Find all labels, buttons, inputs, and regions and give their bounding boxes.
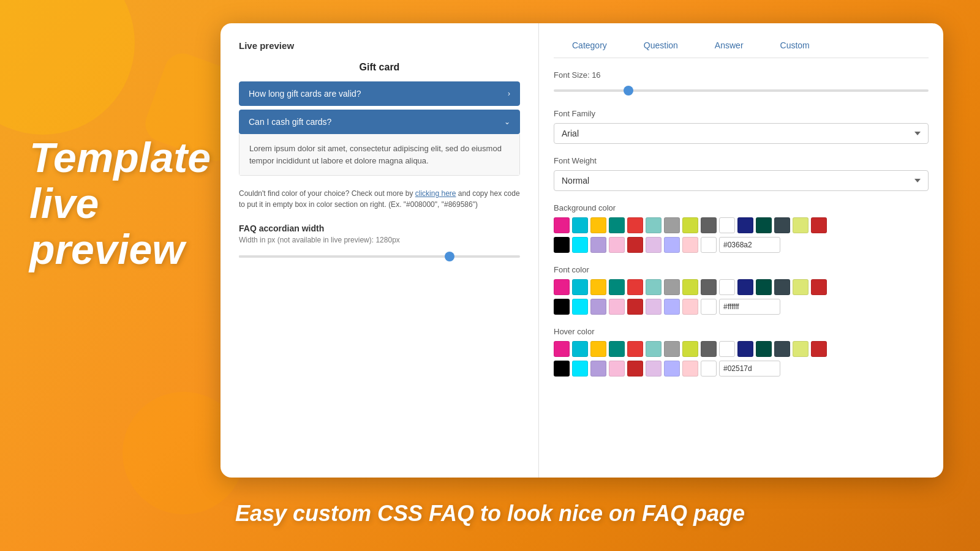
accordion-header-1[interactable]: How long gift cards are valid? ›	[239, 81, 520, 106]
bg-color-input[interactable]	[719, 237, 780, 253]
bg-swatch[interactable]	[646, 217, 662, 233]
font-swatch[interactable]	[554, 279, 570, 295]
hover-swatch[interactable]	[737, 341, 753, 357]
hover-swatch[interactable]	[774, 341, 790, 357]
font-swatch[interactable]	[756, 279, 772, 295]
hover-swatch-empty[interactable]	[701, 361, 717, 377]
bg-swatch[interactable]	[590, 237, 606, 253]
hover-color-label: Hover color	[554, 327, 929, 336]
bg-swatch[interactable]	[811, 217, 827, 233]
font-swatch[interactable]	[682, 279, 698, 295]
bg-swatch[interactable]	[774, 217, 790, 233]
font-swatch[interactable]	[590, 299, 606, 315]
font-swatch[interactable]	[682, 299, 698, 315]
font-swatch[interactable]	[554, 299, 570, 315]
bg-swatch[interactable]	[664, 217, 680, 233]
bg-swatch-empty[interactable]	[701, 237, 717, 253]
font-swatch[interactable]	[737, 279, 753, 295]
font-weight-select[interactable]: Normal Bold Light	[554, 170, 929, 191]
hover-swatch[interactable]	[719, 341, 735, 357]
font-size-section: Font Size: 16	[554, 70, 929, 97]
hover-swatch[interactable]	[627, 361, 643, 377]
faq-width-thumb[interactable]	[445, 252, 454, 261]
font-swatch[interactable]	[664, 299, 680, 315]
hover-swatch[interactable]	[609, 341, 625, 357]
bg-swatch[interactable]	[793, 217, 809, 233]
font-color-row-1	[554, 279, 929, 295]
font-swatch[interactable]	[627, 299, 643, 315]
font-swatch[interactable]	[609, 299, 625, 315]
faq-width-section: FAQ accordian width Width in px (not ava…	[239, 223, 520, 263]
hover-swatch[interactable]	[572, 341, 588, 357]
accordion-header-2[interactable]: Can I cash gift cards? ⌄	[239, 110, 520, 134]
font-size-thumb[interactable]	[624, 86, 633, 96]
bg-swatch[interactable]	[737, 217, 753, 233]
font-swatch[interactable]	[811, 279, 827, 295]
tab-category[interactable]: Category	[554, 34, 625, 58]
tab-question[interactable]: Question	[625, 34, 696, 58]
hover-swatch[interactable]	[646, 341, 662, 357]
bg-swatch[interactable]	[609, 237, 625, 253]
tab-answer[interactable]: Answer	[696, 34, 762, 58]
font-swatch[interactable]	[646, 279, 662, 295]
hover-color-input[interactable]	[719, 361, 780, 377]
bg-swatch[interactable]	[554, 217, 570, 233]
hover-swatch[interactable]	[811, 341, 827, 357]
font-swatch[interactable]	[572, 279, 588, 295]
bg-swatch[interactable]	[590, 217, 606, 233]
hover-swatch[interactable]	[682, 361, 698, 377]
hover-swatch[interactable]	[572, 361, 588, 377]
hover-swatch[interactable]	[627, 341, 643, 357]
hover-swatch[interactable]	[609, 361, 625, 377]
hover-swatch[interactable]	[590, 341, 606, 357]
hover-color-row-2	[554, 361, 929, 377]
bg-swatch[interactable]	[554, 237, 570, 253]
font-swatch[interactable]	[572, 299, 588, 315]
bg-swatch[interactable]	[646, 237, 662, 253]
bg-swatch[interactable]	[682, 237, 698, 253]
hover-swatch[interactable]	[554, 341, 570, 357]
font-swatch[interactable]	[793, 279, 809, 295]
bg-swatch[interactable]	[682, 217, 698, 233]
hover-swatch[interactable]	[701, 341, 717, 357]
bg-swatch[interactable]	[664, 237, 680, 253]
font-swatch[interactable]	[590, 279, 606, 295]
font-swatch[interactable]	[609, 279, 625, 295]
bg-swatch[interactable]	[572, 237, 588, 253]
font-family-select[interactable]: Arial Georgia Helvetica	[554, 123, 929, 144]
font-family-section: Font Family Arial Georgia Helvetica	[554, 109, 929, 144]
hover-swatch[interactable]	[793, 341, 809, 357]
font-size-slider[interactable]	[554, 84, 929, 97]
hover-color-section: Hover color	[554, 327, 929, 377]
font-swatch[interactable]	[774, 279, 790, 295]
hover-swatch[interactable]	[682, 341, 698, 357]
font-color-input[interactable]	[719, 299, 780, 315]
font-swatch[interactable]	[664, 279, 680, 295]
font-swatch-empty[interactable]	[701, 299, 717, 315]
hover-swatch[interactable]	[590, 361, 606, 377]
font-swatch[interactable]	[719, 279, 735, 295]
font-swatch[interactable]	[701, 279, 717, 295]
hover-swatch[interactable]	[646, 361, 662, 377]
font-swatch[interactable]	[646, 299, 662, 315]
bg-swatch[interactable]	[701, 217, 717, 233]
hover-swatch[interactable]	[554, 361, 570, 377]
bg-swatch[interactable]	[572, 217, 588, 233]
hover-swatch[interactable]	[664, 341, 680, 357]
bg-color-palette	[554, 217, 929, 253]
bg-swatch[interactable]	[719, 217, 735, 233]
color-hint-link[interactable]: clicking here	[415, 189, 456, 198]
font-color-row-2	[554, 299, 929, 315]
hover-swatch[interactable]	[664, 361, 680, 377]
hover-swatch[interactable]	[756, 341, 772, 357]
bg-swatch[interactable]	[627, 217, 643, 233]
font-swatch[interactable]	[627, 279, 643, 295]
tab-custom[interactable]: Custom	[762, 34, 828, 58]
template-text: Template live preview	[29, 135, 213, 272]
bg-swatch[interactable]	[609, 217, 625, 233]
bg-swatch[interactable]	[756, 217, 772, 233]
font-weight-label: Font Weight	[554, 156, 929, 165]
gift-card-title: Gift card	[239, 62, 520, 73]
faq-width-slider[interactable]	[239, 250, 520, 263]
bg-swatch[interactable]	[627, 237, 643, 253]
